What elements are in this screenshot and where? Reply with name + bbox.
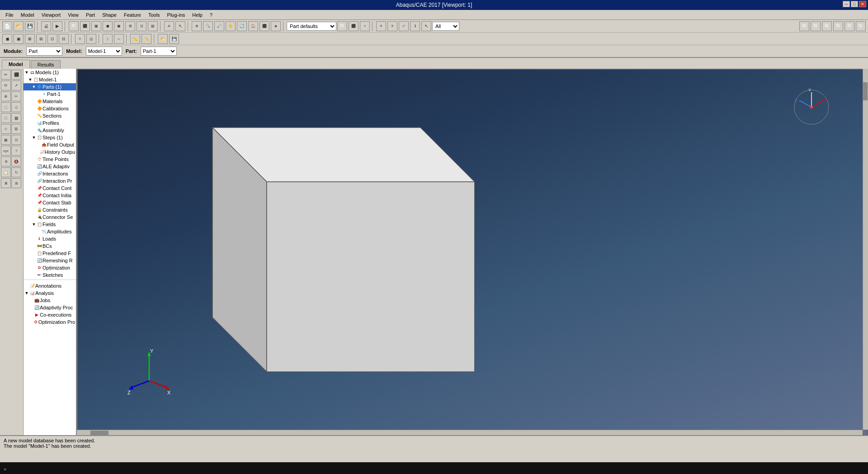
tool-rebar[interactable]: ⊞ — [11, 178, 21, 188]
expand-models[interactable]: ▼ — [24, 70, 29, 75]
view1[interactable]: ⬜ — [69, 21, 79, 31]
viewport[interactable]: Y X Z Y X Z — [77, 69, 868, 435]
r2-10[interactable]: ↔ — [114, 34, 124, 44]
tree-interactionp[interactable]: ▶ 🔗 Interaction Pr — [24, 177, 76, 185]
menu-file[interactable]: File — [2, 11, 17, 19]
tool-query[interactable]: ? — [11, 146, 21, 156]
menu-tools[interactable]: Tools — [145, 11, 164, 19]
model-select[interactable]: Model-1 — [86, 47, 122, 56]
select-all[interactable]: All — [432, 22, 459, 31]
expand-steps[interactable]: ▼ — [32, 135, 36, 140]
r2-3[interactable]: ⊠ — [25, 34, 35, 44]
tool-set[interactable]: ⊡ — [11, 135, 21, 145]
expand-parts[interactable]: ▼ — [32, 85, 36, 89]
animate-btn[interactable]: ▶ — [52, 21, 62, 31]
menu-feature[interactable]: Feature — [120, 11, 145, 19]
render3[interactable]: + — [360, 21, 370, 31]
r2-13[interactable]: 📂 — [158, 34, 168, 44]
hscroll-thumb[interactable] — [90, 431, 108, 435]
tool-datum[interactable]: ⊹ — [1, 124, 11, 134]
tool-xyz[interactable]: xyz — [1, 146, 11, 156]
expand-model1[interactable]: ▼ — [28, 77, 33, 82]
extra4[interactable]: ⬜ — [833, 21, 843, 31]
extra6[interactable]: ⬜ — [856, 21, 866, 31]
zoom-fit[interactable]: ⊕ — [192, 21, 202, 31]
tbx1[interactable]: ≡ — [376, 21, 386, 31]
pan[interactable]: ✋ — [226, 21, 236, 31]
expand-fields[interactable]: ▼ — [32, 222, 36, 227]
print-btn[interactable]: 🖨 — [41, 21, 51, 31]
view5[interactable]: ▣ — [114, 21, 124, 31]
tool-extrude[interactable]: ⬛ — [11, 70, 21, 80]
tree-bcs[interactable]: ▶ 🚧 BCs — [24, 242, 76, 250]
tab-model[interactable]: Model — [2, 60, 30, 69]
tool-suppres[interactable]: 🔇 — [11, 156, 21, 166]
menu-view[interactable]: View — [64, 11, 82, 19]
menu-question[interactable]: ? — [206, 11, 216, 19]
menu-model[interactable]: Model — [17, 11, 38, 19]
tree-coexecutions[interactable]: ▶ ▶ Co-executions — [24, 311, 76, 318]
tree-models[interactable]: ▼ 🗂 Models (1) — [24, 69, 76, 76]
view3[interactable]: ▦ — [91, 21, 101, 31]
module-defaults-select[interactable]: Part defaults — [287, 22, 336, 31]
r2-14[interactable]: 💾 — [169, 34, 179, 44]
r2-6[interactable]: ⊟ — [59, 34, 69, 44]
maximize-button[interactable]: □ — [851, 1, 858, 7]
render1[interactable]: ⬜ — [337, 21, 347, 31]
tool-sketch[interactable]: ✏ — [1, 70, 11, 80]
module-select[interactable]: Part — [26, 47, 62, 56]
new-btn[interactable]: 📄 — [2, 21, 12, 31]
tree-analysis[interactable]: ▼ 📊 Analysis — [24, 289, 76, 297]
tree-remeshing[interactable]: ▶ 🔄 Remeshing R — [24, 257, 76, 264]
part-select[interactable]: Part-1 — [141, 47, 177, 56]
tree-aleadaptive[interactable]: ▶ 🔄 ALE Adaptiv — [24, 163, 76, 170]
r2-4[interactable]: ⊞ — [36, 34, 46, 44]
tool-revolve[interactable]: ⟳ — [1, 81, 11, 90]
r2-9[interactable]: ↕ — [103, 34, 113, 44]
tree-annotations[interactable]: ▶ 📝 Annotations — [24, 282, 76, 289]
tree-jobs[interactable]: ▶ 💼 Jobs — [24, 297, 76, 304]
tree-adaptivity[interactable]: ▶ 🔄 Adaptivity Proc — [24, 304, 76, 311]
r2-1[interactable]: ◼ — [2, 34, 12, 44]
zoom-out[interactable]: 🔎 — [214, 21, 224, 31]
view-iso[interactable]: ◈ — [271, 21, 281, 31]
tree-predefined[interactable]: ▶ 📋 Predefined F — [24, 250, 76, 257]
tree-parts[interactable]: ▼ 🔷 Parts (1) — [24, 83, 76, 90]
tree-fields[interactable]: ▼ 📋 Fields — [24, 221, 76, 228]
tbx4[interactable]: ℹ — [410, 21, 420, 31]
viewport-vscrollbar[interactable] — [863, 69, 868, 430]
tree-sketches[interactable]: ▶ ✏ Sketches — [24, 271, 76, 279]
viewport-hscrollbar[interactable] — [77, 430, 863, 435]
menu-viewport[interactable]: Viewport — [38, 11, 65, 19]
minimize-button[interactable]: ─ — [843, 1, 850, 7]
tree-sections[interactable]: ▶ 📏 Sections — [24, 112, 76, 119]
extra5[interactable]: ⬜ — [844, 21, 854, 31]
tool-skin[interactable]: 🖥 — [1, 178, 11, 188]
tree-fieldoutput[interactable]: ▶ 📤 Field Output — [24, 141, 76, 148]
tree-loads[interactable]: ▶ ⬇ Loads — [24, 235, 76, 242]
tool-blend[interactable]: ⊕ — [1, 91, 11, 101]
render2[interactable]: ⬛ — [349, 21, 359, 31]
tree-model1[interactable]: ▼ 📋 Model-1 — [24, 76, 76, 83]
tool-ref[interactable]: ⊞ — [11, 124, 21, 134]
tab-results[interactable]: Results — [31, 60, 61, 69]
tool-shell[interactable]: □ — [1, 113, 11, 123]
menu-shape[interactable]: Shape — [99, 11, 120, 19]
tool-section-assign[interactable]: 📋 — [1, 167, 11, 177]
r2-5[interactable]: ⊡ — [47, 34, 57, 44]
tree-amplitudes[interactable]: ▶ 📉 Amplitudes — [24, 228, 76, 235]
close-button[interactable]: ✕ — [859, 1, 866, 7]
tree-optimization[interactable]: ▶ ⚙ Optimization — [24, 264, 76, 271]
menu-help[interactable]: Help — [189, 11, 206, 19]
save-btn[interactable]: 💾 — [25, 21, 35, 31]
extra1[interactable]: ⬜ — [799, 21, 809, 31]
tree-historyoutput[interactable]: ▶ 📈 History Outpu — [24, 148, 76, 156]
r2-11[interactable]: 📐 — [130, 34, 140, 44]
tool-sweep[interactable]: ↗ — [11, 81, 21, 90]
tree-constraints[interactable]: ▶ 🔒 Constraints — [24, 206, 76, 213]
cmd-input[interactable] — [8, 466, 864, 472]
open-btn[interactable]: 📂 — [14, 21, 24, 31]
tool-fillet[interactable]: ◌ — [1, 102, 11, 112]
r2-7[interactable]: + — [75, 34, 85, 44]
view8[interactable]: ▤ — [148, 21, 158, 31]
